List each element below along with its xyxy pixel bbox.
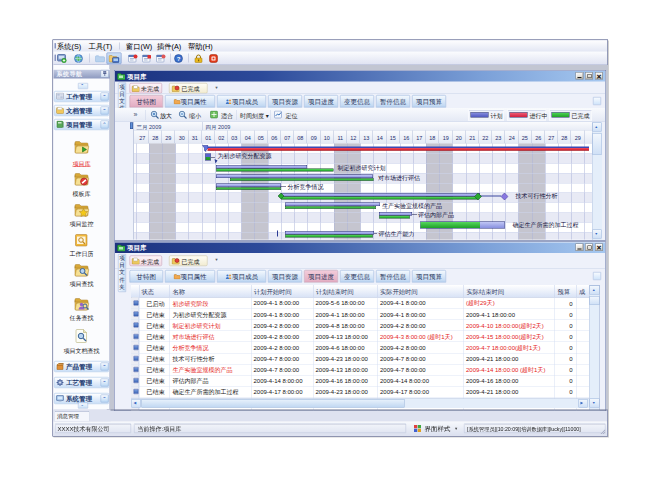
svg-text:?: ?: [177, 56, 181, 62]
